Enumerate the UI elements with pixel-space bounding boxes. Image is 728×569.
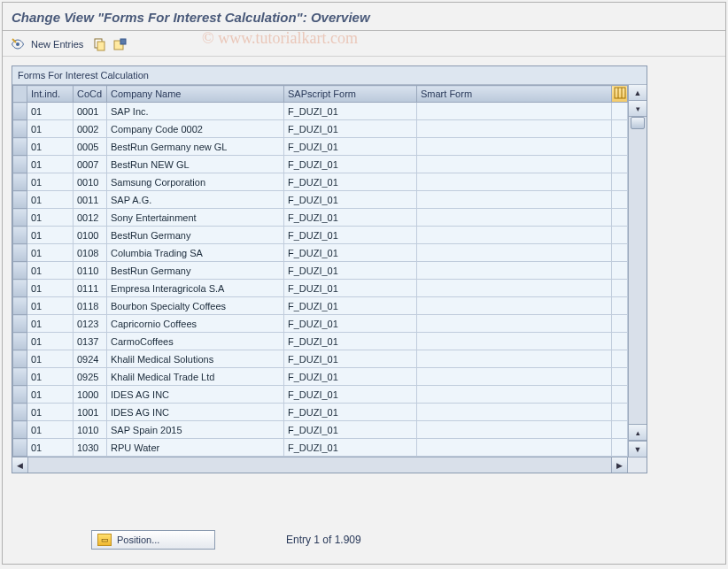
col-sapscript-form[interactable]: SAPscript Form bbox=[284, 86, 417, 103]
row-selector[interactable] bbox=[13, 191, 27, 209]
cell-company-name[interactable]: SAP Inc. bbox=[107, 103, 284, 120]
row-selector[interactable] bbox=[13, 280, 27, 297]
cell-cocd[interactable]: 0002 bbox=[74, 120, 107, 138]
row-selector[interactable] bbox=[13, 333, 27, 350]
row-selector[interactable] bbox=[13, 439, 27, 457]
row-selector[interactable] bbox=[13, 227, 27, 244]
cell-int-ind[interactable]: 01 bbox=[27, 156, 74, 173]
cell-company-name[interactable]: BestRun Germany bbox=[107, 227, 284, 244]
cell-company-name[interactable]: Sony Entertainment bbox=[107, 209, 284, 227]
cell-cocd[interactable]: 0100 bbox=[74, 227, 107, 244]
table-row[interactable]: 011030RPU WaterF_DUZI_01 bbox=[13, 439, 628, 457]
table-row[interactable]: 010123Capricornio CoffeesF_DUZI_01 bbox=[13, 315, 628, 333]
table-row[interactable]: 010118Bourbon Specialty CoffeesF_DUZI_01 bbox=[13, 297, 628, 315]
cell-smart-form[interactable] bbox=[417, 156, 612, 173]
row-selector[interactable] bbox=[13, 120, 27, 138]
table-row[interactable]: 010012Sony EntertainmentF_DUZI_01 bbox=[13, 209, 628, 227]
horizontal-scrollbar[interactable]: ◀ ▶ bbox=[12, 457, 647, 473]
cell-company-name[interactable]: CarmoCoffees bbox=[107, 333, 284, 350]
cell-smart-form[interactable] bbox=[417, 297, 612, 315]
cell-sapscript-form[interactable]: F_DUZI_01 bbox=[284, 404, 417, 421]
cell-sapscript-form[interactable]: F_DUZI_01 bbox=[284, 368, 417, 386]
table-row[interactable]: 011010SAP Spain 2015F_DUZI_01 bbox=[13, 421, 628, 439]
cell-cocd[interactable]: 0137 bbox=[74, 333, 107, 350]
cell-sapscript-form[interactable]: F_DUZI_01 bbox=[284, 244, 417, 262]
cell-sapscript-form[interactable]: F_DUZI_01 bbox=[284, 103, 417, 120]
scroll-down-step-icon[interactable]: ▴ bbox=[629, 425, 647, 441]
cell-sapscript-form[interactable]: F_DUZI_01 bbox=[284, 173, 417, 191]
cell-int-ind[interactable]: 01 bbox=[27, 244, 74, 262]
col-int-ind[interactable]: Int.ind. bbox=[27, 86, 74, 103]
cell-int-ind[interactable]: 01 bbox=[27, 315, 74, 333]
cell-cocd[interactable]: 0005 bbox=[74, 138, 107, 156]
cell-company-name[interactable]: Empresa Interagricola S.A bbox=[107, 280, 284, 297]
cell-cocd[interactable]: 0118 bbox=[74, 297, 107, 315]
cell-int-ind[interactable]: 01 bbox=[27, 103, 74, 120]
table-row[interactable]: 010925Khalil Medical Trade LtdF_DUZI_01 bbox=[13, 368, 628, 386]
table-row[interactable]: 010108Columbia Trading SAF_DUZI_01 bbox=[13, 244, 628, 262]
cell-sapscript-form[interactable]: F_DUZI_01 bbox=[284, 350, 417, 368]
cell-company-name[interactable]: Samsung Corporation bbox=[107, 173, 284, 191]
row-selector[interactable] bbox=[13, 297, 27, 315]
row-selector[interactable] bbox=[13, 156, 27, 173]
cell-int-ind[interactable]: 01 bbox=[27, 191, 74, 209]
cell-int-ind[interactable]: 01 bbox=[27, 173, 74, 191]
table-row[interactable]: 010924Khalil Medical SolutionsF_DUZI_01 bbox=[13, 350, 628, 368]
cell-int-ind[interactable]: 01 bbox=[27, 297, 74, 315]
cell-sapscript-form[interactable]: F_DUZI_01 bbox=[284, 333, 417, 350]
vertical-scrollbar[interactable]: ▲ ▾ ▴ ▼ bbox=[628, 85, 647, 457]
cell-smart-form[interactable] bbox=[417, 315, 612, 333]
row-selector[interactable] bbox=[13, 244, 27, 262]
cell-cocd[interactable]: 1001 bbox=[74, 404, 107, 421]
cell-company-name[interactable]: IDES AG INC bbox=[107, 404, 284, 421]
table-row[interactable]: 010100BestRun GermanyF_DUZI_01 bbox=[13, 227, 628, 244]
cell-cocd[interactable]: 1000 bbox=[74, 386, 107, 404]
cell-company-name[interactable]: Bourbon Specialty Coffees bbox=[107, 297, 284, 315]
cell-smart-form[interactable] bbox=[417, 421, 612, 439]
row-selector[interactable] bbox=[13, 350, 27, 368]
cell-smart-form[interactable] bbox=[417, 333, 612, 350]
table-row[interactable]: 010110BestRun GermanyF_DUZI_01 bbox=[13, 262, 628, 280]
cell-sapscript-form[interactable]: F_DUZI_01 bbox=[284, 156, 417, 173]
cell-smart-form[interactable] bbox=[417, 368, 612, 386]
select-all-header[interactable] bbox=[13, 86, 27, 103]
cell-cocd[interactable]: 1010 bbox=[74, 421, 107, 439]
cell-cocd[interactable]: 0924 bbox=[74, 350, 107, 368]
cell-sapscript-form[interactable]: F_DUZI_01 bbox=[284, 191, 417, 209]
cell-sapscript-form[interactable]: F_DUZI_01 bbox=[284, 138, 417, 156]
cell-cocd[interactable]: 0011 bbox=[74, 191, 107, 209]
row-selector[interactable] bbox=[13, 209, 27, 227]
cell-int-ind[interactable]: 01 bbox=[27, 280, 74, 297]
cell-int-ind[interactable]: 01 bbox=[27, 227, 74, 244]
cell-smart-form[interactable] bbox=[417, 209, 612, 227]
cell-company-name[interactable]: SAP A.G. bbox=[107, 191, 284, 209]
cell-cocd[interactable]: 0110 bbox=[74, 262, 107, 280]
cell-cocd[interactable]: 0108 bbox=[74, 244, 107, 262]
scroll-up-step-icon[interactable]: ▾ bbox=[629, 101, 647, 117]
table-row[interactable]: 010007BestRun NEW GLF_DUZI_01 bbox=[13, 156, 628, 173]
col-smart-form[interactable]: Smart Form bbox=[417, 86, 612, 103]
scroll-thumb[interactable] bbox=[631, 117, 645, 129]
cell-smart-form[interactable] bbox=[417, 386, 612, 404]
delete-icon[interactable] bbox=[112, 36, 128, 52]
cell-smart-form[interactable] bbox=[417, 191, 612, 209]
cell-sapscript-form[interactable]: F_DUZI_01 bbox=[284, 227, 417, 244]
cell-sapscript-form[interactable]: F_DUZI_01 bbox=[284, 439, 417, 457]
table-row[interactable]: 010001SAP Inc.F_DUZI_01 bbox=[13, 103, 628, 120]
cell-smart-form[interactable] bbox=[417, 262, 612, 280]
row-selector[interactable] bbox=[13, 262, 27, 280]
row-selector[interactable] bbox=[13, 138, 27, 156]
cell-sapscript-form[interactable]: F_DUZI_01 bbox=[284, 315, 417, 333]
copy-as-icon[interactable] bbox=[92, 36, 108, 52]
cell-sapscript-form[interactable]: F_DUZI_01 bbox=[284, 262, 417, 280]
cell-smart-form[interactable] bbox=[417, 138, 612, 156]
cell-sapscript-form[interactable]: F_DUZI_01 bbox=[284, 209, 417, 227]
table-row[interactable]: 011000IDES AG INCF_DUZI_01 bbox=[13, 386, 628, 404]
row-selector[interactable] bbox=[13, 173, 27, 191]
cell-int-ind[interactable]: 01 bbox=[27, 439, 74, 457]
row-selector[interactable] bbox=[13, 404, 27, 421]
cell-company-name[interactable]: Company Code 0002 bbox=[107, 120, 284, 138]
cell-sapscript-form[interactable]: F_DUZI_01 bbox=[284, 386, 417, 404]
cell-int-ind[interactable]: 01 bbox=[27, 138, 74, 156]
position-button[interactable]: ▭ Position... bbox=[91, 530, 215, 550]
